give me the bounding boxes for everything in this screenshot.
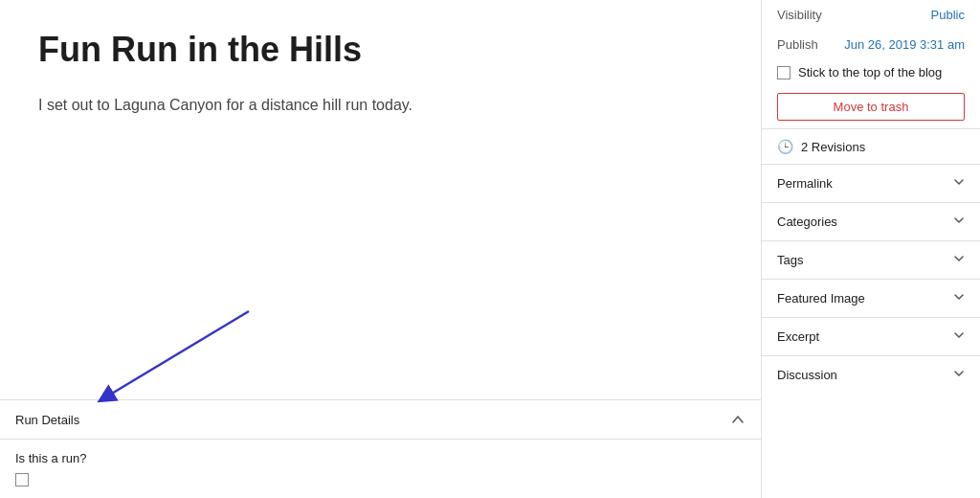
sidebar-section-header-categories[interactable]: Categories bbox=[762, 203, 980, 240]
sidebar-chevron-featured-image-icon bbox=[953, 291, 965, 306]
run-details-body: Is this a run? bbox=[0, 440, 761, 498]
main-content: Fun Run in the Hills I set out to Laguna… bbox=[0, 0, 762, 498]
sidebar-chevron-tags-icon bbox=[953, 253, 965, 267]
sidebar-section-header-discussion[interactable]: Discussion bbox=[762, 356, 980, 394]
is-run-checkbox[interactable] bbox=[15, 473, 29, 487]
sidebar-section-header-permalink[interactable]: Permalink bbox=[762, 165, 980, 202]
revisions-icon: 🕒 bbox=[777, 139, 793, 154]
sidebar-section-label-excerpt: Excerpt bbox=[777, 329, 819, 344]
sidebar-chevron-excerpt-icon bbox=[953, 329, 965, 344]
publish-value[interactable]: Jun 26, 2019 3:31 am bbox=[844, 37, 965, 52]
sidebar-sections: Permalink Categories Tags bbox=[762, 164, 980, 394]
move-to-trash-button[interactable]: Move to trash bbox=[777, 93, 965, 121]
sidebar-section-label-categories: Categories bbox=[777, 215, 837, 229]
sidebar-section-permalink: Permalink bbox=[762, 164, 980, 202]
sidebar-section-tags: Tags bbox=[762, 240, 980, 279]
sidebar-section-label-discussion: Discussion bbox=[777, 368, 837, 382]
is-run-checkbox-container bbox=[15, 473, 746, 487]
sidebar-section-excerpt: Excerpt bbox=[762, 317, 980, 355]
post-title[interactable]: Fun Run in the Hills bbox=[38, 29, 723, 70]
sidebar-section-header-tags[interactable]: Tags bbox=[762, 241, 980, 279]
run-details-label: Run Details bbox=[15, 413, 79, 427]
sidebar-section-label-featured-image: Featured Image bbox=[777, 291, 865, 306]
run-details-toggle[interactable]: Run Details bbox=[0, 400, 761, 440]
sidebar-section-header-featured-image[interactable]: Featured Image bbox=[762, 280, 980, 317]
sidebar-section-discussion: Discussion bbox=[762, 355, 980, 394]
sidebar-section-categories: Categories bbox=[762, 202, 980, 240]
sidebar-chevron-permalink-icon bbox=[953, 176, 965, 191]
publish-label: Publish bbox=[777, 37, 818, 52]
visibility-label: Visibility bbox=[777, 8, 822, 22]
revisions-row: 🕒 2 Revisions bbox=[762, 128, 980, 164]
sidebar-section-header-excerpt[interactable]: Excerpt bbox=[762, 318, 980, 355]
sidebar: Visibility Public Publish Jun 26, 2019 3… bbox=[762, 0, 980, 498]
svg-line-0 bbox=[105, 311, 249, 397]
field-label: Is this a run? bbox=[15, 451, 746, 465]
stick-to-top-row: Stick to the top of the blog bbox=[762, 59, 980, 85]
sidebar-chevron-categories-icon bbox=[953, 215, 965, 229]
visibility-value[interactable]: Public bbox=[931, 8, 965, 22]
revisions-count[interactable]: 2 Revisions bbox=[801, 140, 865, 154]
sidebar-section-label-tags: Tags bbox=[777, 253, 803, 267]
publish-row: Publish Jun 26, 2019 3:31 am bbox=[762, 30, 980, 59]
stick-to-top-label: Stick to the top of the blog bbox=[798, 65, 942, 79]
sidebar-chevron-discussion-icon bbox=[953, 368, 965, 382]
post-body[interactable]: I set out to Laguna Canyon for a distanc… bbox=[38, 93, 723, 118]
sidebar-section-label-permalink: Permalink bbox=[777, 176, 833, 191]
stick-to-top-checkbox[interactable] bbox=[777, 66, 791, 79]
run-details-chevron-up-icon bbox=[730, 412, 746, 427]
run-details-panel: Run Details Is this a run? bbox=[0, 399, 761, 498]
visibility-row: Visibility Public bbox=[762, 0, 980, 30]
sidebar-section-featured-image: Featured Image bbox=[762, 279, 980, 317]
